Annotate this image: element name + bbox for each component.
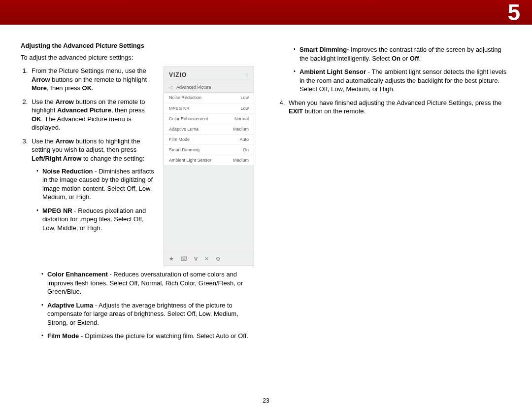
gear-icon: ✿ <box>216 255 220 263</box>
left-inner: From the Picture Settings menu, use the … <box>21 67 254 266</box>
v-icon: V <box>194 255 198 263</box>
steps-list-right: When you have finished adjusting the Adv… <box>278 99 511 116</box>
tv-menu-figure: VIZIO ⌂ ◁ Advanced Picture Noise Reducti… <box>164 67 254 266</box>
tv-menu-title-row: ◁ Advanced Picture <box>164 82 254 93</box>
menu-row: MPEG NRLow <box>164 103 254 114</box>
right-column: Smart Dimming- Improves the contrast rat… <box>278 41 511 391</box>
bullet-color-enhancement: Color Enhancement - Reduces oversaturati… <box>41 270 254 296</box>
close-icon: ✕ <box>204 255 209 263</box>
bullet-adaptive-luma: Adaptive Luma - Adjusts the average brig… <box>41 301 254 327</box>
step-4: When you have finished adjusting the Adv… <box>287 99 511 116</box>
menu-row: Film ModeAuto <box>164 135 254 145</box>
menu-row: Color EnhancementNormal <box>164 114 254 124</box>
intro-text: To adjust the advanced picture settings: <box>21 53 254 62</box>
section-title: Adjusting the Advanced Picture Settings <box>21 41 254 50</box>
page-number: 23 <box>0 397 532 404</box>
home-icon: ⌂ <box>246 71 249 78</box>
bullets-right: Smart Dimming- Improves the contrast rat… <box>278 45 511 94</box>
bullet-noise-reduction: Noise Reduction - Diminishes artifacts i… <box>36 167 157 202</box>
tv-icon: ⌧ <box>181 255 187 263</box>
chapter-number: 5 <box>507 0 520 26</box>
menu-row: Ambient Light SensorMedium <box>164 155 254 166</box>
tv-logo: VIZIO <box>169 71 187 79</box>
steps-list: From the Picture Settings menu, use the … <box>21 67 157 232</box>
step-2: Use the Arrow buttons on the remote to h… <box>30 98 157 132</box>
tv-menu-spacer <box>164 166 254 252</box>
tv-menu-title: Advanced Picture <box>176 84 211 90</box>
star-icon: ★ <box>169 255 174 263</box>
tv-menu-list: Noise ReductionLow MPEG NRLow Color Enha… <box>164 93 254 166</box>
left-column: Adjusting the Advanced Picture Settings … <box>21 41 254 391</box>
bullet-mpeg-nr: MPEG NR - Reduces pixellation and distor… <box>36 206 157 233</box>
menu-row: Noise ReductionLow <box>164 93 254 103</box>
step-1: From the Picture Settings menu, use the … <box>30 67 157 93</box>
menu-row: Smart DimmingOn <box>164 145 254 155</box>
manual-page: 5 Adjusting the Advanced Picture Setting… <box>0 0 532 411</box>
bullets-step3-wide: Color Enhancement - Reduces oversaturati… <box>21 270 254 341</box>
bullet-smart-dimming: Smart Dimming- Improves the contrast rat… <box>294 45 511 63</box>
step-3: Use the Arrow buttons to highlight the s… <box>30 137 157 232</box>
menu-row: Adaptive LumaMedium <box>164 124 254 135</box>
content-area: Adjusting the Advanced Picture Settings … <box>21 41 511 391</box>
bullet-ambient-light: Ambient Light Sensor - The ambient light… <box>294 68 511 94</box>
left-text-block: From the Picture Settings menu, use the … <box>21 67 157 266</box>
bullets-step3-narrow: Noise Reduction - Diminishes artifacts i… <box>32 167 157 233</box>
tv-menu-footer: ★ ⌧ V ✕ ✿ <box>164 252 254 266</box>
bullet-film-mode: Film Mode - Optimizes the picture for wa… <box>41 332 254 341</box>
chapter-band: 5 <box>0 0 532 25</box>
back-icon: ◁ <box>169 84 172 90</box>
tv-menu-header: VIZIO ⌂ <box>164 67 254 82</box>
